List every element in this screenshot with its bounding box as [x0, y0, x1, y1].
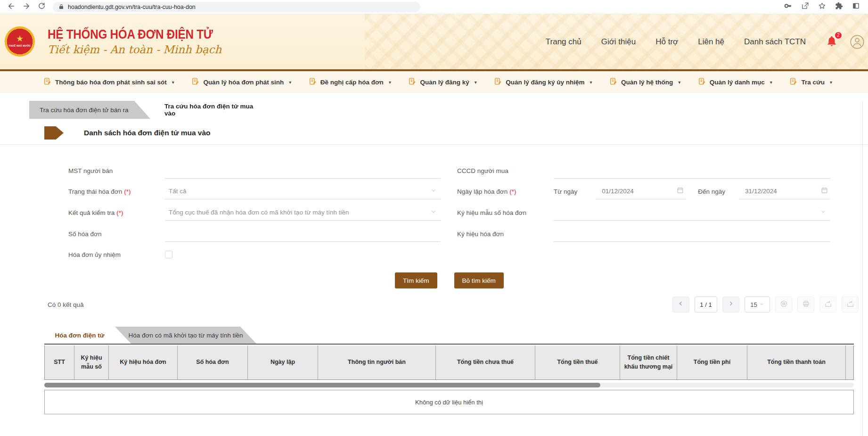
reload-icon: [38, 2, 46, 12]
nav-item-lien-he[interactable]: Liên hệ: [698, 37, 724, 47]
invoice-doc-icon: [191, 77, 199, 87]
table-empty-state: Không có dữ liệu hiển thị: [44, 390, 854, 414]
notifications-button[interactable]: 2: [826, 35, 838, 49]
menu-item-quan-ly-dang-ky[interactable]: Quản lý đăng ký ▾: [408, 77, 476, 87]
form-actions: Tìm kiếm Bỏ tìm kiếm: [395, 272, 504, 288]
uy-nhiem-checkbox[interactable]: [165, 251, 172, 258]
field-label: Trạng thái hóa đơn(*): [68, 188, 165, 195]
den-ngay-input[interactable]: [739, 188, 821, 195]
chevron-left-icon: [678, 300, 684, 309]
password-key-button[interactable]: [780, 1, 795, 13]
column-header-stt: STT: [45, 346, 74, 379]
menu-item-quan-ly-dang-ky-uy-nhiem[interactable]: Quản lý đăng ký ủy nhiệm ▾: [494, 77, 592, 87]
disc-view-button[interactable]: [775, 296, 792, 313]
field-label: Ngày lập hóa đơn(*): [457, 188, 554, 195]
nav-item-gioi-thieu[interactable]: Giới thiệu: [601, 37, 636, 47]
panel-right-border: [862, 101, 863, 436]
field-label: MST người bán: [68, 167, 165, 174]
bell-icon: [826, 41, 838, 49]
nav-item-danh-sach-tctn[interactable]: Danh sách TCTN: [744, 37, 806, 47]
column-header-ky-hieu-hoa-don: Ký hiệu hóa đơn: [109, 346, 178, 379]
menu-item-quan-ly-danh-muc[interactable]: Quản lý danh mục ▾: [698, 77, 772, 87]
calendar-icon[interactable]: [677, 187, 684, 196]
caret-down-icon: ▾: [172, 80, 174, 85]
ky-hieu-hoa-don-input[interactable]: [554, 230, 830, 237]
column-header-ngay-lap: Ngày lập: [248, 346, 318, 379]
form-row-cccd: CCCD người mua: [457, 160, 830, 181]
calendar-icon[interactable]: [821, 187, 828, 196]
required-mark: (*): [509, 188, 516, 195]
disc-icon: [780, 300, 788, 310]
share-button[interactable]: [797, 1, 812, 13]
emblem-text: THUẾ NHÀ NƯỚC: [9, 44, 31, 47]
browser-forward-button[interactable]: [19, 1, 34, 13]
title-divider: [0, 144, 868, 145]
lookup-tabs: Tra cứu hóa đơn điện tử bán ra Tra cứu h…: [29, 101, 281, 119]
ket-qua-select[interactable]: Tổng cục thuế đã nhận hóa đơn có mã khởi…: [165, 205, 441, 221]
export-icon: [846, 300, 854, 310]
selected-value: Tổng cục thuế đã nhận hóa đơn có mã khởi…: [165, 209, 430, 216]
invoice-doc-icon: [494, 77, 502, 87]
side-panel-button[interactable]: [848, 1, 863, 13]
mst-nguoi-ban-input[interactable]: [165, 167, 441, 174]
field-label: Ký hiệu mẫu số hóa đơn: [457, 209, 554, 216]
pagination-page-indicator: 1 / 1: [695, 296, 717, 313]
nav-item-trang-chu[interactable]: Trang chủ: [546, 37, 581, 47]
ky-hieu-mau-so-select[interactable]: [554, 205, 830, 221]
caret-down-icon: ▾: [289, 80, 291, 85]
tab-hoa-don-dien-tu[interactable]: Hóa đơn điện tử: [44, 327, 115, 344]
tab-tra-cuu-mua-vao[interactable]: Tra cứu hóa đơn điện tử mua vào: [150, 101, 281, 119]
share-icon: [801, 2, 809, 12]
table-horizontal-scrollbar[interactable]: [44, 383, 854, 387]
menu-item-tra-cuu[interactable]: Tra cứu ▾: [789, 77, 832, 87]
field-label: Số hóa đơn: [68, 230, 165, 238]
cccd-nguoi-mua-input[interactable]: [554, 167, 830, 174]
nav-item-ho-tro[interactable]: Hỗ trợ: [655, 37, 678, 47]
puzzle-icon: [835, 2, 843, 12]
url-bar[interactable]: hoadondientu.gdt.gov.vn/tra-cuu/tra-cuu-…: [53, 2, 420, 12]
lock-icon: [58, 3, 64, 11]
menu-item-quan-ly-he-thong[interactable]: Quản lý hệ thống ▾: [609, 77, 680, 87]
scrollbar-thumb[interactable]: [44, 383, 600, 387]
form-row-uy-nhiem: Hóa đơn ủy nhiệm: [68, 244, 441, 265]
chevron-down-icon: [430, 208, 437, 217]
column-header-partial: [846, 346, 853, 379]
column-header-tong-tien-chua-thue: Tổng tiền chưa thuế: [436, 346, 535, 379]
form-row-so-hoa-don: Số hóa đơn: [68, 223, 441, 244]
extensions-button[interactable]: [831, 1, 846, 13]
menu-item-thong-bao-sai-sot[interactable]: Thông báo hóa đơn phát sinh sai sót ▾: [43, 77, 174, 87]
search-button[interactable]: Tìm kiếm: [395, 272, 437, 288]
caret-down-icon: ▾: [475, 80, 477, 85]
export-alt-button[interactable]: [842, 296, 859, 313]
browser-reload-button[interactable]: [34, 1, 49, 13]
browser-back-button[interactable]: [4, 1, 19, 13]
brand-block: HỆ THỐNG HÓA ĐƠN ĐIỆN TỬ Tiết kiệm - An …: [48, 27, 231, 56]
tab-hoa-don-may-tinh-tien[interactable]: Hóa đơn có mã khởi tạo từ máy tính tiền: [115, 327, 256, 344]
caret-down-icon: ▾: [770, 80, 772, 85]
tax-agency-logo[interactable]: ★ THUẾ NHÀ NƯỚC: [5, 26, 35, 57]
user-avatar[interactable]: [850, 35, 864, 49]
menu-item-de-nghi-cap-hoa-don[interactable]: Đề nghị cấp hóa đơn ▾: [309, 77, 391, 87]
page-size-value: 15: [750, 301, 757, 308]
trang-thai-select[interactable]: Tất cả: [165, 183, 441, 199]
top-navigation: Trang chủ Giới thiệu Hỗ trợ Liên hệ Danh…: [546, 14, 868, 69]
pagination-next-button[interactable]: [722, 296, 739, 313]
invoice-doc-icon: [609, 77, 617, 87]
form-row-ngay-lap: Ngày lập hóa đơn(*) Từ ngày Đến ngày: [457, 181, 830, 202]
tu-ngay-input[interactable]: [596, 188, 677, 195]
invoice-doc-icon: [43, 77, 51, 87]
column-header-thong-tin-nguoi-ban: Thông tin người bán: [318, 346, 436, 379]
export-button[interactable]: [819, 296, 836, 313]
tab-tra-cuu-ban-ra[interactable]: Tra cứu hóa đơn điện tử bán ra: [29, 101, 150, 119]
printer-icon: [802, 300, 810, 310]
tu-ngay-label: Từ ngày: [554, 188, 577, 195]
pagination-prev-button[interactable]: [672, 296, 689, 313]
so-hoa-don-input[interactable]: [165, 230, 441, 237]
bookmark-star-button[interactable]: [814, 1, 829, 13]
menu-item-quan-ly-hoa-don-phat-sinh[interactable]: Quản lý hóa đơn phát sinh ▾: [191, 77, 291, 87]
column-header-tong-tien-chiet-khau: Tổng tiền chiết khấu thương mại: [620, 346, 677, 379]
print-button[interactable]: [797, 296, 814, 313]
clear-search-button[interactable]: Bỏ tìm kiếm: [454, 272, 504, 288]
page-size-select[interactable]: 15: [745, 296, 770, 313]
table-tabs: Hóa đơn điện tử Hóa đơn có mã khởi tạo t…: [44, 327, 854, 345]
